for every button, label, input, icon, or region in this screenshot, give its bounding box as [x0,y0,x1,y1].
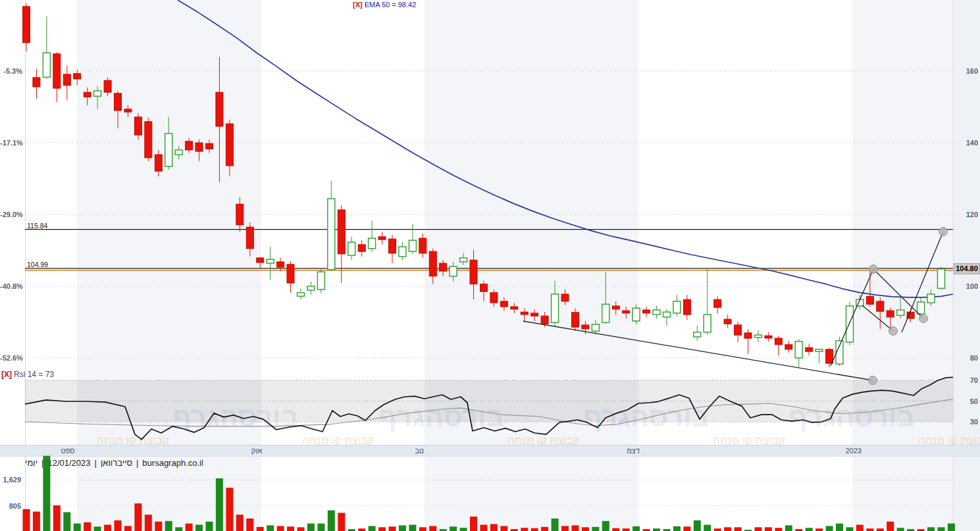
volume-bar [521,528,528,531]
candle-body [511,307,518,309]
trendline[interactable] [831,269,873,366]
volume-bar [277,526,284,531]
volume-bar [389,526,396,531]
ema-remove-button[interactable]: [X] [353,1,363,9]
candle-body [287,265,294,283]
volume-bar [53,505,61,531]
candle-body [419,238,426,253]
time-axis-label: 2023 [834,446,873,455]
brand-watermark: בורסהגרף [172,401,298,432]
candle-body [643,310,650,313]
volume-bar [785,525,792,531]
candle-body [887,311,894,317]
volume-bar [877,528,884,531]
candle-body [694,332,701,337]
volume-bar [552,518,559,531]
candle-body [785,345,792,349]
volume-bar [815,528,823,531]
volume-bar [399,525,406,531]
volume-bar [755,527,762,531]
candle-body [257,258,264,263]
candle-body [877,301,884,311]
ema-value-text: EMA 50 = 98.42 [365,1,417,9]
candle-body [33,78,40,87]
candle-body [552,294,559,322]
volume-bar [592,527,599,531]
ema50-line [178,0,953,297]
volume-bar [165,521,172,531]
chart-canvas[interactable]: בורסהגרףבורסהגרףבורסהגרףבורסהגרףקבוצת קו… [0,0,980,531]
volume-bar [287,526,294,531]
trendline-anchor-handle[interactable] [919,315,928,323]
volume-bar [378,527,386,531]
candle-body [267,259,274,263]
candle-body [755,335,762,338]
volume-bar [206,522,213,531]
level-label-lower[interactable]: 104.99 [27,260,48,269]
candle-body [378,237,386,240]
candle-body [521,312,528,315]
volume-bar [765,527,772,531]
volume-bar [948,524,955,531]
candle-body [399,247,406,257]
trendline-anchor-handle[interactable] [869,376,877,385]
time-axis-label: ספט [48,446,88,455]
rsi-remove-button[interactable]: [X] [1,370,12,379]
volume-bar [623,528,630,531]
level-label-upper[interactable]: 115.84 [27,221,47,230]
volume-bar [409,525,416,531]
volume-bar [84,522,91,531]
stock-chart-app: יומי | 12/01/2023 | סייברוואן | bursagra… [0,0,980,531]
volume-bar [145,515,152,531]
candle-body [175,150,182,155]
volume-bar [582,527,589,531]
candle-body [724,319,731,324]
candle-body [826,349,833,363]
ema-indicator-label[interactable]: [X]EMA 50 = 98.42 [353,1,416,9]
candle-body [84,92,91,97]
volume-bar [683,526,690,531]
volume-bar [134,503,142,531]
trendline-anchor-handle[interactable] [889,327,898,336]
pct-axis-label: -52.6% [0,353,22,363]
volume-bar [806,528,813,531]
volume-bar [714,528,721,531]
volume-bar [338,513,345,531]
volume-bar [897,528,904,531]
volume-bar [826,526,833,531]
pct-axis-label: -17.1% [0,138,22,147]
brand-subtitle-watermark: קבוצת קו מנחה [97,434,169,447]
volume-bar [297,527,305,531]
candle-body [632,308,640,321]
brand-subtitle-watermark: קבוצת קו מנחה [713,434,785,447]
trendline-anchor-handle[interactable] [869,265,878,274]
candle-body [927,294,935,303]
candle-body [704,315,711,332]
volume-bar [927,527,935,531]
rsi-indicator-label[interactable]: [X]Rsi 14 = 73 [1,370,54,379]
volume-bar [33,512,40,531]
candle-body [653,310,660,315]
volume-bar [104,525,111,531]
brand-watermark: בורסהגרף [583,401,709,432]
candle-body [440,263,447,271]
trendline-anchor-handle[interactable] [939,228,948,236]
candle-body [317,272,324,290]
volume-bar [735,527,742,531]
price-axis-label: 120 [956,210,978,219]
last-price-tag: 104.80 [954,263,980,274]
volume-bar [429,526,436,531]
volume-bar [450,526,457,531]
volume-bar [561,526,569,531]
volume-axis-label: 1,629 [0,475,21,484]
volume-bar [775,528,782,531]
candle-body [744,333,752,338]
candle-body [592,324,599,331]
volume-bar [155,522,162,531]
candle-body [490,293,498,303]
volume-bar [195,525,203,531]
volume-bar [480,525,488,531]
time-axis-label: אוק [237,446,276,455]
price-axis-label: 100 [956,282,978,291]
volume-bar [267,525,274,531]
